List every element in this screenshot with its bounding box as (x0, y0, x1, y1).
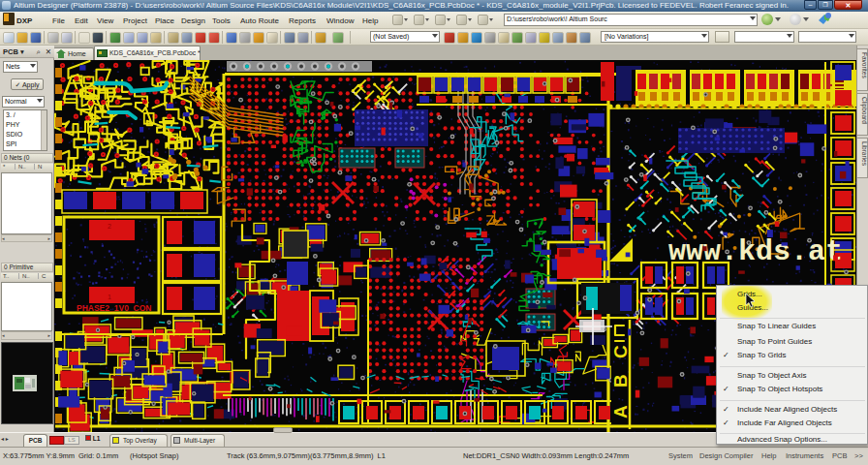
svg-text:+1V0_CON: +1V0_CON (92, 232, 132, 241)
svg-text:A: A (610, 405, 631, 418)
svg-text:C: C (610, 345, 631, 358)
svg-text:1: 1 (108, 294, 111, 300)
svg-text:PHASE2_1V0_CON: PHASE2_1V0_CON (77, 303, 151, 313)
svg-text:2: 2 (108, 223, 111, 230)
svg-text:B: B (610, 374, 631, 388)
